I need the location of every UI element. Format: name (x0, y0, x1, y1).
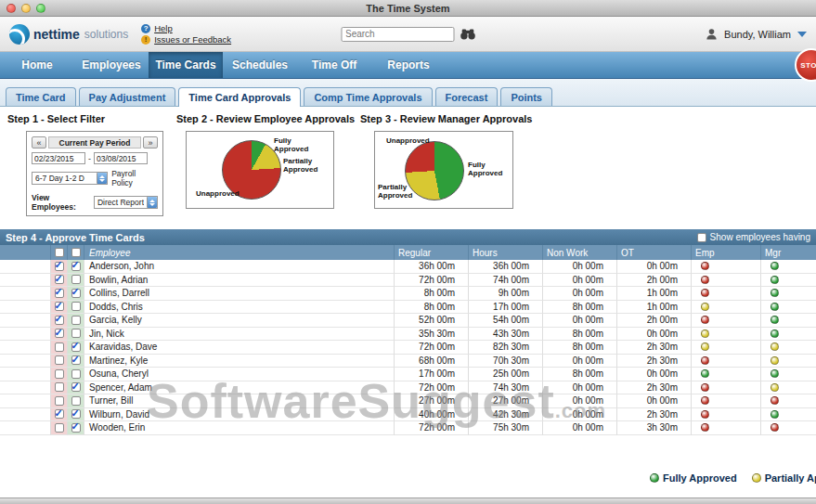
col-emp[interactable]: Emp (692, 245, 761, 260)
cell-regular: 68h 00m (395, 355, 469, 368)
nav-item-time-off[interactable]: Time Off (297, 52, 371, 78)
emp-approve-checkbox[interactable] (55, 409, 64, 419)
window-close-button[interactable] (6, 4, 16, 13)
mgr-approve-checkbox[interactable] (71, 396, 81, 406)
mgr-approve-checkbox[interactable] (71, 302, 81, 311)
mgr-approve-checkbox[interactable] (71, 275, 81, 284)
emp-approve-checkbox[interactable] (55, 289, 64, 298)
user-menu-caret-icon[interactable] (797, 32, 807, 37)
table-row: Jin, Nick35h 30m43h 30m8h 00m0h 00m (0, 328, 816, 342)
employee-name[interactable]: Garcia, Kelly (84, 314, 395, 328)
employee-name[interactable]: Osuna, Cheryl (84, 368, 395, 381)
select-all-emp-checkbox[interactable] (55, 248, 64, 257)
subtab-time-card-approvals[interactable]: Time Card Approvals (178, 87, 301, 107)
subtab-time-card[interactable]: Time Card (6, 87, 76, 106)
mgr-approve-checkbox[interactable] (71, 382, 81, 392)
emp-approve-checkbox[interactable] (55, 302, 64, 311)
prev-period-button[interactable]: « (32, 136, 46, 149)
mgr-approve-checkbox[interactable] (71, 289, 81, 298)
mgr-status-dot-cell (761, 260, 816, 274)
nav-item-home[interactable]: Home (0, 52, 74, 78)
col-ot[interactable]: OT (617, 245, 692, 260)
show-employees-checkbox[interactable] (697, 233, 706, 242)
mgr-approve-checkbox[interactable] (71, 369, 81, 379)
col-non-work[interactable]: Non Work (543, 245, 617, 260)
emp-approve-checkbox[interactable] (55, 396, 64, 406)
cell-non-work: 0h 00m (543, 355, 617, 368)
mgr-approve-checkbox[interactable] (71, 342, 81, 352)
nav-item-schedules[interactable]: Schedules (223, 52, 297, 78)
subtab-comp-time-approvals[interactable]: Comp Time Approvals (304, 87, 432, 106)
mgr-approve-checkbox[interactable] (71, 316, 81, 325)
nav-item-time-cards[interactable]: Time Cards (149, 52, 223, 78)
table-row: Spencer, Adam72h 00m74h 30m0h 00m2h 30m (0, 381, 816, 395)
mgr-approve-checkbox[interactable] (71, 329, 81, 338)
emp-status-dot-yellow (701, 342, 709, 351)
brand-logo[interactable]: nettime solutions (9, 24, 128, 45)
employee-name[interactable]: Collins, Darrell (84, 287, 395, 301)
emp-approve-cell (51, 368, 68, 381)
user-name: Bundy, William (724, 29, 791, 40)
emp-approve-checkbox[interactable] (55, 275, 64, 284)
help-link[interactable]: Help (154, 23, 173, 33)
search-input[interactable] (341, 27, 454, 42)
window-zoom-button[interactable] (36, 4, 45, 13)
emp-status-dot-red (701, 423, 709, 432)
period-start-input[interactable] (32, 152, 85, 164)
current-pay-period-label[interactable]: Current Pay Period (48, 136, 141, 149)
subtab-points[interactable]: Points (500, 87, 552, 106)
cell-regular: 8h 00m (395, 301, 469, 315)
window-minimize-button[interactable] (21, 4, 31, 13)
subtab-pay-adjustment[interactable]: Pay Adjustment (79, 87, 176, 106)
next-period-button[interactable]: » (143, 136, 158, 149)
mgr-status-dot-green (771, 276, 779, 284)
cell-non-work: 8h 00m (543, 368, 617, 381)
col-mgr[interactable]: Mgr (761, 245, 816, 260)
payroll-policy-select[interactable]: 6-7 Day 1-2 D (32, 172, 108, 185)
employee-name[interactable]: Karavidas, Dave (84, 341, 395, 355)
emp-approve-checkbox[interactable] (55, 382, 64, 392)
row-indent (0, 421, 51, 435)
emp-status-dot-red (701, 410, 709, 419)
cell-ot: 2h 30m (617, 408, 692, 422)
employee-name[interactable]: Wooden, Erin (84, 421, 395, 435)
employee-name[interactable]: Jin, Nick (84, 328, 395, 342)
show-employees-filter[interactable]: Show employees having (697, 232, 810, 242)
subtab-forecast[interactable]: Forecast (435, 87, 499, 106)
employee-name[interactable]: Martinez, Kyle (84, 355, 395, 368)
mgr-approve-checkbox[interactable] (71, 262, 81, 271)
employee-name[interactable]: Anderson, John (84, 260, 395, 274)
col-regular[interactable]: Regular (395, 245, 469, 260)
employee-name[interactable]: Wilburn, David (84, 408, 395, 422)
timecard-table-body: Anderson, John36h 00m36h 00m0h 00m0h 00m… (0, 260, 816, 435)
employee-name[interactable]: Bowlin, Adrian (84, 274, 395, 288)
view-employees-value: Direct Report (97, 198, 144, 207)
emp-status-dot-cell (692, 368, 761, 381)
employee-name[interactable]: Spencer, Adam (84, 381, 395, 395)
col-employee[interactable]: Employee (84, 245, 395, 260)
period-end-input[interactable] (94, 152, 148, 164)
view-employees-select[interactable]: Direct Report (94, 196, 158, 209)
emp-approve-checkbox[interactable] (55, 262, 64, 271)
search-binoculars-icon[interactable] (460, 29, 475, 40)
emp-approve-checkbox[interactable] (55, 329, 64, 338)
emp-approve-checkbox[interactable] (55, 342, 64, 352)
select-all-mgr-checkbox[interactable] (71, 248, 81, 257)
col-hours[interactable]: Hours (469, 245, 543, 260)
mgr-approve-checkbox[interactable] (71, 409, 81, 419)
cell-hours: 75h 30m (469, 421, 543, 435)
nav-item-employees[interactable]: Employees (74, 52, 149, 78)
main-nav: HomeEmployeesTime CardsSchedulesTime Off… (0, 52, 816, 79)
mgr-status-dot-cell (761, 314, 816, 328)
emp-approve-checkbox[interactable] (55, 369, 64, 379)
emp-approve-checkbox[interactable] (55, 316, 64, 325)
mgr-approve-checkbox[interactable] (71, 423, 81, 433)
cell-regular: 72h 00m (395, 274, 469, 288)
nav-item-reports[interactable]: Reports (371, 52, 446, 78)
feedback-link[interactable]: Issues or Feedback (154, 34, 231, 45)
emp-approve-checkbox[interactable] (55, 423, 64, 433)
emp-approve-checkbox[interactable] (55, 355, 64, 365)
mgr-approve-checkbox[interactable] (71, 355, 81, 365)
employee-name[interactable]: Dodds, Chris (84, 301, 395, 315)
employee-name[interactable]: Turner, Bill (84, 394, 395, 408)
